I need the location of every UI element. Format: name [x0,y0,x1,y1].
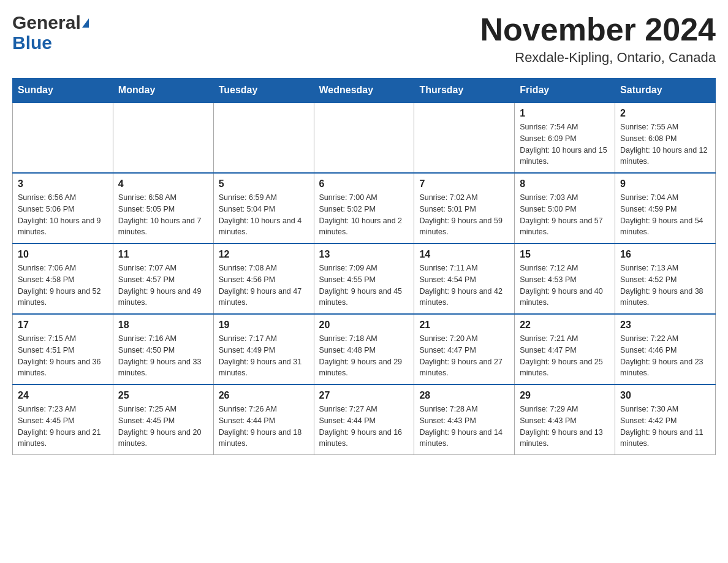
calendar-day [213,102,314,173]
calendar-day: 19 Sunrise: 7:17 AMSunset: 4:49 PMDaylig… [213,314,314,385]
day-number: 16 [620,249,710,260]
calendar-day: 23 Sunrise: 7:22 AMSunset: 4:46 PMDaylig… [615,314,716,385]
day-info: Sunrise: 7:21 AMSunset: 4:47 PMDaylight:… [520,333,610,379]
calendar-day: 4 Sunrise: 6:58 AMSunset: 5:05 PMDayligh… [113,173,213,243]
col-friday: Friday [515,79,615,103]
day-info: Sunrise: 7:18 AMSunset: 4:48 PMDaylight:… [319,333,409,379]
day-info: Sunrise: 7:11 AMSunset: 4:54 PMDaylight:… [419,262,509,308]
calendar-day: 13 Sunrise: 7:09 AMSunset: 4:55 PMDaylig… [314,243,414,314]
calendar-day: 28 Sunrise: 7:28 AMSunset: 4:43 PMDaylig… [414,385,515,455]
day-info: Sunrise: 7:29 AMSunset: 4:43 PMDaylight:… [520,404,610,450]
day-number: 21 [419,320,509,331]
title-area: November 2024 Rexdale-Kipling, Ontario, … [480,12,716,66]
day-info: Sunrise: 6:56 AMSunset: 5:06 PMDaylight:… [18,192,108,238]
day-number: 29 [520,390,610,401]
day-info: Sunrise: 7:12 AMSunset: 4:53 PMDaylight:… [520,262,610,308]
day-info: Sunrise: 7:03 AMSunset: 5:00 PMDaylight:… [520,192,610,238]
week-row-4: 17 Sunrise: 7:15 AMSunset: 4:51 PMDaylig… [13,314,716,385]
calendar-day [13,102,113,173]
month-title: November 2024 [480,12,716,47]
calendar-day: 14 Sunrise: 7:11 AMSunset: 4:54 PMDaylig… [414,243,515,314]
day-number: 9 [620,178,710,190]
day-info: Sunrise: 7:13 AMSunset: 4:52 PMDaylight:… [620,262,710,308]
day-info: Sunrise: 7:27 AMSunset: 4:44 PMDaylight:… [319,404,409,450]
day-number: 27 [319,390,409,401]
day-info: Sunrise: 7:16 AMSunset: 4:50 PMDaylight:… [118,333,208,379]
calendar-day: 30 Sunrise: 7:30 AMSunset: 4:42 PMDaylig… [615,385,716,455]
day-number: 11 [118,249,208,260]
logo-triangle-icon [82,18,89,28]
calendar-day [414,102,515,173]
day-number: 20 [319,320,409,331]
day-info: Sunrise: 7:54 AMSunset: 6:09 PMDaylight:… [520,121,610,167]
day-info: Sunrise: 7:09 AMSunset: 4:55 PMDaylight:… [319,262,409,308]
calendar-day: 1 Sunrise: 7:54 AMSunset: 6:09 PMDayligh… [515,102,615,173]
calendar-day: 10 Sunrise: 7:06 AMSunset: 4:58 PMDaylig… [13,243,113,314]
day-info: Sunrise: 7:17 AMSunset: 4:49 PMDaylight:… [219,333,309,379]
day-number: 30 [620,390,710,401]
day-number: 15 [520,249,610,260]
day-number: 24 [18,390,108,401]
day-number: 19 [219,320,309,331]
col-thursday: Thursday [414,79,515,103]
location: Rexdale-Kipling, Ontario, Canada [480,50,716,66]
day-number: 8 [520,178,610,190]
calendar-day: 12 Sunrise: 7:08 AMSunset: 4:56 PMDaylig… [213,243,314,314]
day-info: Sunrise: 7:25 AMSunset: 4:45 PMDaylight:… [118,404,208,450]
calendar-day: 11 Sunrise: 7:07 AMSunset: 4:57 PMDaylig… [113,243,213,314]
calendar-day: 8 Sunrise: 7:03 AMSunset: 5:00 PMDayligh… [515,173,615,243]
col-monday: Monday [113,79,213,103]
day-info: Sunrise: 7:22 AMSunset: 4:46 PMDaylight:… [620,333,710,379]
day-info: Sunrise: 7:06 AMSunset: 4:58 PMDaylight:… [18,262,108,308]
logo-blue: Blue [12,33,52,53]
col-tuesday: Tuesday [213,79,314,103]
day-number: 6 [319,178,409,190]
calendar-day: 29 Sunrise: 7:29 AMSunset: 4:43 PMDaylig… [515,385,615,455]
week-row-3: 10 Sunrise: 7:06 AMSunset: 4:58 PMDaylig… [13,243,716,314]
page-header: General Blue November 2024 Rexdale-Kipli… [12,12,716,66]
day-info: Sunrise: 7:28 AMSunset: 4:43 PMDaylight:… [419,404,509,450]
day-info: Sunrise: 6:59 AMSunset: 5:04 PMDaylight:… [219,192,309,238]
calendar-day [113,102,213,173]
calendar-day: 3 Sunrise: 6:56 AMSunset: 5:06 PMDayligh… [13,173,113,243]
col-saturday: Saturday [615,79,716,103]
logo: General Blue [12,12,89,53]
day-info: Sunrise: 7:02 AMSunset: 5:01 PMDaylight:… [419,192,509,238]
logo-general: General [12,12,81,33]
day-number: 13 [319,249,409,260]
week-row-1: 1 Sunrise: 7:54 AMSunset: 6:09 PMDayligh… [13,102,716,173]
day-info: Sunrise: 7:04 AMSunset: 4:59 PMDaylight:… [620,192,710,238]
day-number: 28 [419,390,509,401]
day-number: 22 [520,320,610,331]
calendar-day: 17 Sunrise: 7:15 AMSunset: 4:51 PMDaylig… [13,314,113,385]
day-number: 1 [520,108,610,119]
day-info: Sunrise: 7:23 AMSunset: 4:45 PMDaylight:… [18,404,108,450]
col-sunday: Sunday [13,79,113,103]
calendar-day: 21 Sunrise: 7:20 AMSunset: 4:47 PMDaylig… [414,314,515,385]
day-number: 2 [620,108,710,119]
calendar-day: 18 Sunrise: 7:16 AMSunset: 4:50 PMDaylig… [113,314,213,385]
day-number: 25 [118,390,208,401]
week-row-5: 24 Sunrise: 7:23 AMSunset: 4:45 PMDaylig… [13,385,716,455]
day-number: 5 [219,178,309,190]
calendar-day: 9 Sunrise: 7:04 AMSunset: 4:59 PMDayligh… [615,173,716,243]
day-info: Sunrise: 6:58 AMSunset: 5:05 PMDaylight:… [118,192,208,238]
col-wednesday: Wednesday [314,79,414,103]
day-number: 10 [18,249,108,260]
day-number: 7 [419,178,509,190]
day-info: Sunrise: 7:55 AMSunset: 6:08 PMDaylight:… [620,121,710,167]
day-info: Sunrise: 7:07 AMSunset: 4:57 PMDaylight:… [118,262,208,308]
day-number: 17 [18,320,108,331]
day-number: 12 [219,249,309,260]
day-number: 26 [219,390,309,401]
week-row-2: 3 Sunrise: 6:56 AMSunset: 5:06 PMDayligh… [13,173,716,243]
calendar-day: 24 Sunrise: 7:23 AMSunset: 4:45 PMDaylig… [13,385,113,455]
day-info: Sunrise: 7:26 AMSunset: 4:44 PMDaylight:… [219,404,309,450]
calendar-day: 27 Sunrise: 7:27 AMSunset: 4:44 PMDaylig… [314,385,414,455]
calendar-day: 7 Sunrise: 7:02 AMSunset: 5:01 PMDayligh… [414,173,515,243]
calendar-day [314,102,414,173]
calendar-day: 16 Sunrise: 7:13 AMSunset: 4:52 PMDaylig… [615,243,716,314]
calendar-day: 2 Sunrise: 7:55 AMSunset: 6:08 PMDayligh… [615,102,716,173]
day-info: Sunrise: 7:08 AMSunset: 4:56 PMDaylight:… [219,262,309,308]
calendar-table: Sunday Monday Tuesday Wednesday Thursday… [12,78,716,455]
